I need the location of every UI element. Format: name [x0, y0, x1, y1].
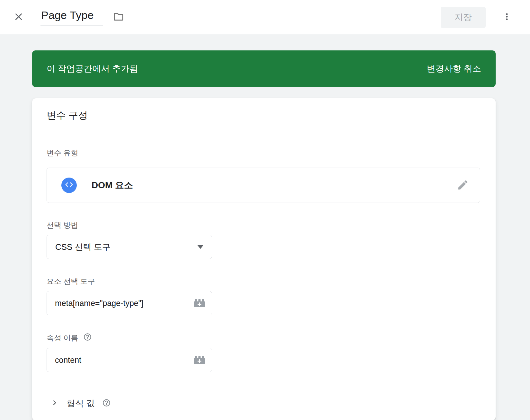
folder-icon	[113, 11, 124, 23]
element-selector-label: 요소 선택 도구	[47, 276, 480, 286]
banner-message: 이 작업공간에서 추가됨	[47, 63, 138, 74]
variable-type-label: 변수 유형	[47, 148, 480, 158]
help-icon[interactable]	[83, 333, 92, 343]
top-bar: Page Type 저장	[0, 0, 530, 34]
variable-config-card: 변수 구성 변수 유형 DOM 요소 선택 방법	[32, 98, 496, 420]
more-menu-button[interactable]	[502, 12, 512, 23]
pencil-icon	[457, 179, 469, 192]
main-content: 이 작업공간에서 추가됨 변경사항 취소 변수 구성 변수 유형 DOM 요소	[0, 50, 530, 420]
discard-changes-link[interactable]: 변경사항 취소	[427, 63, 481, 74]
section-divider	[47, 387, 480, 387]
chevron-right-icon	[50, 398, 59, 409]
attribute-name-variable-picker-button[interactable]	[187, 348, 212, 372]
close-button[interactable]	[13, 11, 24, 23]
selection-method-value: CSS 선택 도구	[55, 241, 110, 253]
lego-brick-icon	[194, 298, 205, 308]
close-icon	[13, 11, 24, 23]
save-button[interactable]: 저장	[441, 7, 486, 28]
card-title: 변수 구성	[47, 109, 481, 122]
attribute-name-field	[47, 348, 212, 372]
variable-type-selector[interactable]: DOM 요소	[47, 168, 480, 203]
more-vert-icon	[502, 12, 512, 23]
attribute-name-input[interactable]	[47, 348, 187, 372]
help-icon[interactable]	[102, 398, 111, 408]
card-header: 변수 구성	[32, 98, 496, 135]
variable-type-value: DOM 요소	[92, 179, 133, 191]
element-selector-input[interactable]	[47, 291, 187, 315]
selection-method-label: 선택 방법	[47, 220, 480, 230]
format-value-expander[interactable]: 형식 값	[47, 398, 480, 409]
card-body: 변수 유형 DOM 요소 선택 방법 CSS 선택 도구	[32, 148, 496, 420]
variable-name-field[interactable]: Page Type	[40, 8, 103, 26]
format-value-label: 형식 값	[66, 398, 95, 409]
lego-brick-icon	[194, 355, 205, 365]
folder-button[interactable]	[113, 11, 124, 23]
workspace-banner: 이 작업공간에서 추가됨 변경사항 취소	[32, 50, 496, 87]
variable-name-text: Page Type	[41, 9, 94, 21]
selection-method-dropdown[interactable]: CSS 선택 도구	[47, 235, 212, 259]
attribute-name-label: 속성 이름	[47, 333, 78, 343]
variable-type-badge	[61, 178, 77, 193]
dropdown-arrow-icon	[198, 245, 203, 249]
edit-variable-type-button[interactable]	[457, 179, 469, 192]
element-selector-variable-picker-button[interactable]	[187, 291, 212, 315]
code-icon	[65, 180, 74, 190]
element-selector-field	[47, 291, 212, 315]
attribute-name-label-row: 속성 이름	[47, 333, 480, 343]
